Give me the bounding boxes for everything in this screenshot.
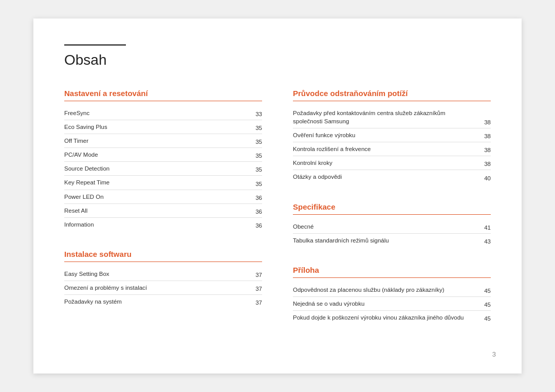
section-title-pruvodce: Průvodce odstraňováním potíží (293, 89, 491, 101)
toc-row: Reset All 36 (64, 204, 262, 218)
toc-row: Obecné 41 (293, 220, 491, 234)
toc-page: 35 (252, 125, 262, 131)
toc-label: Omezení a problémy s instalací (64, 284, 252, 292)
section-nastaveni: Nastavení a resetování FreeSync 33 Eco S… (64, 89, 262, 231)
section-instalace: Instalace softwaru Easy Setting Box 37 O… (64, 250, 262, 308)
toc-label: Kontrola rozlišení a frekvence (293, 145, 480, 153)
toc-row: Information 36 (64, 218, 262, 231)
section-priloha: Příloha Odpovědnost za placenou službu (… (293, 266, 491, 324)
toc-row: Power LED On 36 (64, 190, 262, 204)
toc-page: 35 (252, 166, 262, 173)
toc-row: Off Timer 35 (64, 134, 262, 148)
toc-page: 45 (480, 315, 491, 322)
toc-label: Power LED On (64, 193, 252, 201)
toc-row: Požadavky před kontaktováním centra služ… (293, 106, 491, 128)
content-columns: Nastavení a resetování FreeSync 33 Eco S… (64, 89, 491, 343)
toc-specifikace: Obecné 41 Tabulka standardních režimů si… (293, 220, 491, 247)
toc-page: 33 (252, 111, 262, 117)
toc-page: 35 (252, 181, 262, 187)
toc-row: FreeSync 33 (64, 106, 262, 120)
toc-row: PC/AV Mode 35 (64, 148, 262, 162)
title-bar (64, 44, 126, 46)
section-title-priloha: Příloha (293, 266, 491, 278)
toc-label: Tabulka standardních režimů signálu (293, 236, 480, 245)
toc-label: Nejedná se o vadu výrobku (293, 300, 480, 308)
toc-row: Pokud dojde k poškození výrobku vinou zá… (293, 311, 491, 324)
section-title-nastaveni: Nastavení a resetování (64, 89, 262, 101)
toc-label: Information (64, 220, 252, 229)
toc-page: 38 (480, 119, 491, 125)
toc-row: Omezení a problémy s instalací 37 (64, 281, 262, 295)
toc-page: 43 (480, 238, 491, 245)
toc-page: 37 (252, 286, 262, 292)
section-specifikace: Specifikace Obecné 41 Tabulka standardní… (293, 202, 491, 247)
toc-row: Tabulka standardních režimů signálu 43 (293, 234, 491, 247)
toc-page: 36 (252, 222, 262, 229)
toc-row: Source Detection 35 (64, 162, 262, 176)
toc-label: Požadavky před kontaktováním centra služ… (293, 109, 480, 125)
toc-row: Easy Setting Box 37 (64, 267, 262, 281)
section-title-instalace: Instalace softwaru (64, 250, 262, 262)
right-column: Průvodce odstraňováním potíží Požadavky … (293, 89, 491, 343)
section-pruvodce: Průvodce odstraňováním potíží Požadavky … (293, 89, 491, 184)
toc-label: Otázky a odpovědi (293, 173, 480, 181)
toc-row: Kontrola rozlišení a frekvence 38 (293, 142, 491, 156)
toc-page: 41 (480, 225, 491, 231)
toc-page: 45 (480, 288, 491, 294)
toc-priloha: Odpovědnost za placenou službu (náklady … (293, 283, 491, 324)
toc-label: Reset All (64, 207, 252, 215)
toc-label: Eco Saving Plus (64, 123, 252, 131)
toc-page: 38 (480, 161, 491, 167)
section-title-specifikace: Specifikace (293, 202, 491, 215)
toc-row: Ověření funkce výrobku 38 (293, 128, 491, 142)
toc-page: 45 (480, 302, 491, 308)
left-column: Nastavení a resetování FreeSync 33 Eco S… (64, 89, 262, 343)
toc-row: Kontrolní kroky 38 (293, 156, 491, 170)
toc-label: Ověření funkce výrobku (293, 131, 480, 139)
toc-page: 35 (252, 139, 262, 145)
toc-label: Požadavky na systém (64, 297, 252, 306)
toc-label: Easy Setting Box (64, 270, 252, 278)
toc-label: Source Detection (64, 164, 252, 173)
toc-row: Otázky a odpovědi 40 (293, 170, 491, 183)
toc-label: Odpovědnost za placenou službu (náklady … (293, 286, 480, 294)
toc-page: 38 (480, 147, 491, 153)
toc-page: 40 (480, 175, 491, 181)
page-number: 3 (492, 350, 496, 358)
toc-page: 37 (252, 300, 262, 306)
toc-label: PC/AV Mode (64, 151, 252, 159)
page-container: Obsah Nastavení a resetování FreeSync 33… (33, 18, 522, 374)
toc-label: FreeSync (64, 109, 252, 117)
toc-page: 36 (252, 209, 262, 215)
toc-page: 36 (252, 195, 262, 201)
toc-row: Nejedná se o vadu výrobku 45 (293, 297, 491, 311)
toc-label: Pokud dojde k poškození výrobku vinou zá… (293, 313, 480, 322)
toc-label: Off Timer (64, 137, 252, 145)
toc-row: Eco Saving Plus 35 (64, 120, 262, 134)
toc-page: 35 (252, 153, 262, 159)
toc-page: 37 (252, 272, 262, 278)
page-title: Obsah (64, 52, 491, 68)
toc-label: Kontrolní kroky (293, 159, 480, 167)
toc-label: Key Repeat Time (64, 178, 252, 186)
toc-row: Key Repeat Time 35 (64, 176, 262, 190)
toc-label: Obecné (293, 222, 480, 231)
toc-pruvodce: Požadavky před kontaktováním centra služ… (293, 106, 491, 184)
toc-page: 38 (480, 133, 491, 139)
toc-row: Požadavky na systém 37 (64, 295, 262, 308)
toc-row: Odpovědnost za placenou službu (náklady … (293, 283, 491, 297)
toc-nastaveni: FreeSync 33 Eco Saving Plus 35 Off Timer… (64, 106, 262, 231)
toc-instalace: Easy Setting Box 37 Omezení a problémy s… (64, 267, 262, 308)
